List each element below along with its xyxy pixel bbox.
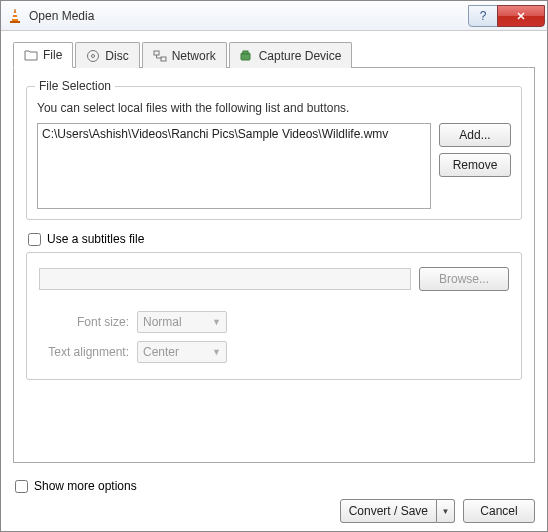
svg-rect-10 [243,51,248,54]
remove-button[interactable]: Remove [439,153,511,177]
tab-file[interactable]: File [13,42,73,68]
subtitle-path-input [39,268,411,290]
cancel-button[interactable]: Cancel [463,499,535,523]
tab-capture[interactable]: Capture Device [229,42,353,68]
svg-marker-0 [12,9,18,22]
chevron-down-icon: ▼ [212,347,221,357]
font-size-label: Font size: [39,315,129,329]
network-icon [153,49,167,63]
show-more-options-checkbox[interactable] [15,480,28,493]
svg-point-5 [88,50,99,61]
text-align-label: Text alignment: [39,345,129,359]
capture-icon [240,49,254,63]
file-selection-legend: File Selection [35,79,115,93]
svg-point-6 [92,54,95,57]
text-align-value: Center [143,345,179,359]
open-media-dialog: Open Media ? File Disc Network [0,0,548,532]
font-size-combo: Normal ▼ [137,311,227,333]
file-selection-group: File Selection You can select local file… [26,86,522,220]
use-subtitles-label: Use a subtitles file [47,232,144,246]
help-button[interactable]: ? [468,5,498,27]
svg-rect-1 [13,13,17,15]
svg-text:?: ? [480,10,487,22]
svg-rect-8 [161,57,166,61]
chevron-down-icon: ▼ [212,317,221,327]
svg-rect-7 [154,51,159,55]
file-list[interactable]: C:\Users\Ashish\Videos\Ranchi Pics\Sampl… [37,123,431,209]
tab-network[interactable]: Network [142,42,227,68]
vlc-cone-icon [7,8,23,24]
tab-page-file: File Selection You can select local file… [13,67,535,463]
disc-icon [86,49,100,63]
convert-save-button[interactable]: Convert / Save [340,499,437,523]
titlebar: Open Media ? [1,1,547,31]
folder-icon [24,48,38,62]
svg-rect-2 [12,17,17,19]
chevron-down-icon: ▼ [442,507,450,516]
tab-disc-label: Disc [105,49,128,63]
use-subtitles-checkbox[interactable] [28,233,41,246]
file-selection-helper: You can select local files with the foll… [37,101,511,115]
add-button[interactable]: Add... [439,123,511,147]
tab-capture-label: Capture Device [259,49,342,63]
text-align-combo: Center ▼ [137,341,227,363]
tab-file-label: File [43,48,62,62]
file-list-item[interactable]: C:\Users\Ashish\Videos\Ranchi Pics\Sampl… [42,127,426,141]
close-button[interactable] [497,5,545,27]
source-tabs: File Disc Network Capture Device [13,41,535,67]
window-title: Open Media [29,9,469,23]
show-more-options-label: Show more options [34,479,137,493]
convert-save-dropdown[interactable]: ▼ [437,499,455,523]
svg-rect-3 [10,21,20,23]
convert-save-split-button: Convert / Save ▼ [340,499,455,523]
font-size-value: Normal [143,315,182,329]
tab-disc[interactable]: Disc [75,42,139,68]
browse-subtitle-button: Browse... [419,267,509,291]
subtitles-group: Browse... Font size: Normal ▼ Text align… [26,252,522,380]
tab-network-label: Network [172,49,216,63]
